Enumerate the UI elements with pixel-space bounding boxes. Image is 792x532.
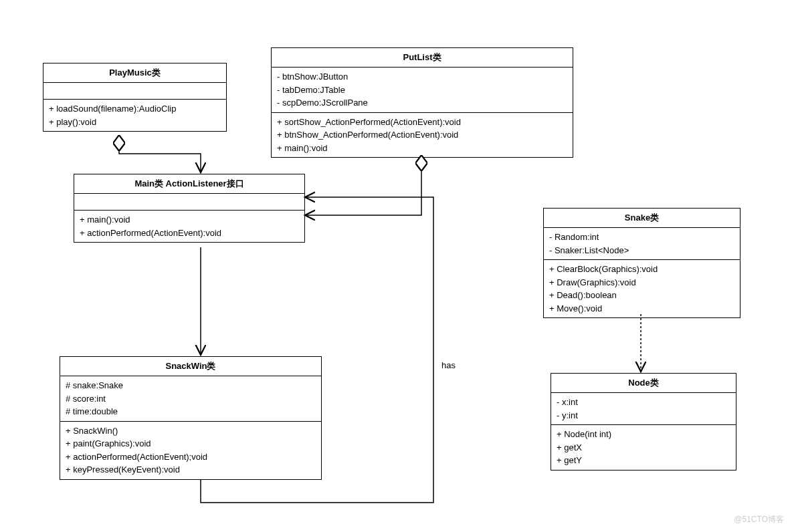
attribute: # score:int [66,392,316,406]
class-name: Snake类 [544,209,740,228]
watermark: @51CTO博客 [734,514,784,525]
attribute: - y:int [557,409,730,422]
operations-section: + Node(int int) + getX + getY [551,425,736,470]
class-snackwin: SnackWin类 # snake:Snake # score:int # ti… [60,356,322,480]
operation: + ClearBlock(Graphics):void [549,263,734,276]
operation: + play():void [49,116,221,129]
attribute: - Random:int [549,231,734,244]
operation: + Node(int int) [557,428,730,441]
class-main: Main类 ActionListener接口 + main():void + a… [74,174,305,243]
operation: + keyPressed(KeyEvent):void [66,463,316,477]
operation: + Dead():boolean [549,289,734,302]
class-node: Node类 - x:int - y:int + Node(int int) + … [551,373,736,471]
attribute: - tabDemo:JTable [277,84,567,97]
attributes-section [43,83,226,100]
operation: + btnShow_ActionPerformed(ActionEvent):v… [277,128,567,142]
attribute: - Snaker:List<Node> [549,244,734,257]
class-name: PutList类 [272,48,573,68]
operation: + getY [557,454,730,467]
attributes-section: # snake:Snake # score:int # time:double [60,376,321,422]
operation: + actionPerformed(ActionEvent);void [66,450,316,464]
attributes-section: - btnShow:JButton - tabDemo:JTable - scp… [272,68,573,113]
operations-section: + main():void + actionPerformed(ActionEv… [74,211,304,242]
attribute: # snake:Snake [66,379,316,392]
operation: + actionPerformed(ActionEvent):void [80,227,299,240]
operation: + sortShow_ActionPerformed(ActionEvent):… [277,116,567,129]
operation: + Draw(Graphics):void [549,276,734,289]
class-name: SnackWin类 [60,357,321,376]
operations-section: + SnackWin() + paint(Graphics):void + ac… [60,422,321,479]
operations-section: + sortShow_ActionPerformed(ActionEvent):… [272,113,573,158]
attributes-section: - x:int - y:int [551,393,736,425]
operation: + getX [557,441,730,454]
class-name: Node类 [551,374,736,393]
relation-label-has: has [441,360,456,370]
operation: + main():void [80,213,299,227]
operations-section: + loadSound(filename):AudioClip + play()… [43,100,226,131]
operation: + Move():void [549,302,734,315]
class-putlist: PutList类 - btnShow:JButton - tabDemo:JTa… [271,47,573,158]
operations-section: + ClearBlock(Graphics):void + Draw(Graph… [544,260,740,317]
class-snake: Snake类 - Random:int - Snaker:List<Node> … [543,208,740,318]
operation: + loadSound(filename):AudioClip [49,102,221,116]
class-playmusic: PlayMusic类 + loadSound(filename):AudioCl… [43,63,227,132]
attribute: - btnShow:JButton [277,70,567,84]
class-name: Main类 ActionListener接口 [74,174,304,194]
attributes-section: - Random:int - Snaker:List<Node> [544,228,740,260]
attribute: # time:double [66,405,316,418]
attribute: - x:int [557,396,730,409]
operation: + main():void [277,142,567,155]
attributes-section [74,194,304,211]
operation: + paint(Graphics):void [66,437,316,450]
class-name: PlayMusic类 [43,63,226,83]
operation: + SnackWin() [66,424,316,438]
attribute: - scpDemo:JScrollPane [277,96,567,110]
